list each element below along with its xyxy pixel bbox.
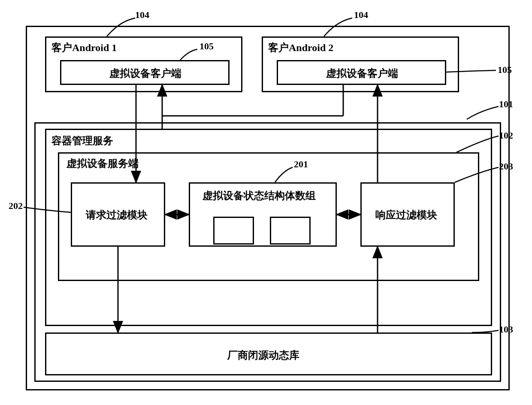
virtual-device-server-label: 虚拟设备服务端 <box>66 157 139 170</box>
ref-105-left: 105 <box>200 41 214 52</box>
ref-104-right: 104 <box>354 9 368 21</box>
virtual-device-client-2-label: 虚拟设备客户端 <box>326 66 398 80</box>
virtual-device-client-1-label: 虚拟设备客户端 <box>109 66 181 80</box>
ref-103: 103 <box>499 324 513 335</box>
ref-102: 102 <box>499 130 513 141</box>
ref-105-right: 105 <box>498 64 512 76</box>
state-array-label: 虚拟设备状态结构体数组 <box>203 189 316 202</box>
vendor-lib-label: 厂商闭源动态库 <box>227 348 299 362</box>
request-filter-label: 请求过滤模块 <box>86 208 148 222</box>
ref-104-left: 104 <box>135 9 149 21</box>
response-filter-label: 响应过滤模块 <box>375 208 437 222</box>
ref-201: 201 <box>294 159 308 170</box>
ref-202: 202 <box>9 200 23 212</box>
ref-101: 101 <box>499 99 513 110</box>
container-service-label: 容器管理服务 <box>51 134 113 148</box>
state-array-item-1 <box>213 217 254 245</box>
client-android-1-title: 客户Android 1 <box>51 41 117 54</box>
ref-203: 203 <box>499 161 513 172</box>
client-android-2-title: 客户Android 2 <box>268 41 333 54</box>
state-array-item-2 <box>270 217 311 245</box>
